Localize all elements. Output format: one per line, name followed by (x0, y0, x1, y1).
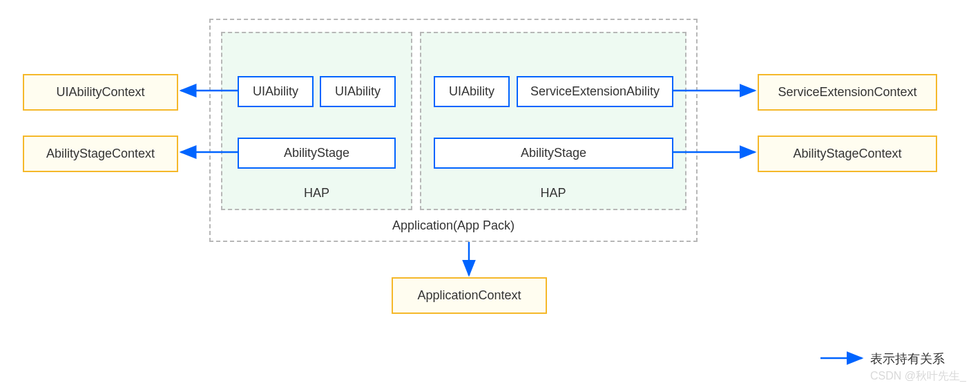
arrow-svg-layer (0, 0, 980, 392)
watermark: CSDN @秋叶先生_ (870, 369, 966, 384)
legend-label: 表示持有关系 (870, 351, 945, 367)
